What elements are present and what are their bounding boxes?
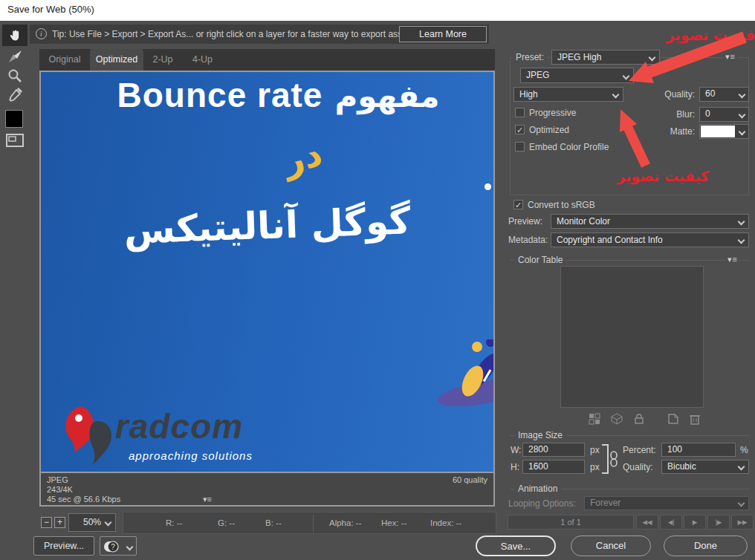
artwork-decoration bbox=[435, 339, 493, 429]
embed-color-profile-label: Embed Color Profile bbox=[529, 142, 609, 152]
tab-4up[interactable]: 4-Up bbox=[182, 49, 223, 71]
color-table-panel-menu-icon[interactable]: ▾≡ bbox=[725, 255, 740, 264]
progressive-checkbox[interactable] bbox=[515, 108, 525, 117]
convert-srgb-checkbox[interactable]: ✓ bbox=[513, 200, 523, 209]
artwork-dot bbox=[485, 183, 491, 190]
height-unit: px bbox=[590, 462, 600, 472]
tab-original[interactable]: Original bbox=[39, 49, 90, 71]
status-filesize: 243/4K bbox=[47, 485, 73, 494]
slice-select-tool[interactable] bbox=[6, 48, 24, 65]
chevron-down-icon bbox=[739, 128, 746, 136]
zoom-in-button[interactable]: + bbox=[54, 517, 65, 528]
blur-field[interactable]: 0 bbox=[699, 107, 749, 122]
browser-icon: ? bbox=[103, 539, 120, 554]
settings-panel-menu-icon[interactable]: ▾≡ bbox=[723, 52, 738, 62]
chevron-down-icon bbox=[739, 91, 746, 99]
tip-bar: i Tip: Use File > Export > Export As... … bbox=[30, 25, 489, 44]
play-button[interactable]: ▶ bbox=[684, 515, 706, 530]
quality-field[interactable]: 60 bbox=[699, 87, 749, 102]
black-color-swatch[interactable] bbox=[5, 110, 23, 128]
artwork-line2-persian: گوگل آنالیتیکس bbox=[41, 196, 493, 255]
format-dropdown[interactable]: JPEG bbox=[520, 68, 634, 83]
preview-dropdown[interactable]: Monitor Color bbox=[551, 214, 749, 229]
image-size-title: Image Size bbox=[514, 430, 566, 440]
matte-field[interactable] bbox=[699, 124, 749, 139]
embed-color-profile-checkbox[interactable] bbox=[515, 142, 525, 152]
chevron-down-icon bbox=[105, 519, 112, 527]
tip-text: Tip: Use File > Export > Export As... or… bbox=[52, 29, 414, 39]
height-field[interactable]: 1600 bbox=[522, 460, 585, 474]
info-icon: i bbox=[36, 28, 47, 39]
width-field[interactable]: 2800 bbox=[522, 443, 585, 457]
status-panel-menu-icon[interactable]: ▾≡ bbox=[203, 495, 212, 504]
previous-frame-button[interactable]: ◀| bbox=[660, 515, 682, 530]
window-title: Save for Web (50%) bbox=[7, 4, 94, 15]
chevron-down-icon bbox=[738, 218, 745, 226]
height-label: H: bbox=[511, 462, 519, 472]
slices-visibility-icon bbox=[6, 134, 24, 147]
readout-b: B: -- bbox=[265, 518, 282, 527]
first-frame-button[interactable]: ◀◀ bbox=[636, 515, 658, 530]
slice-select-icon bbox=[7, 49, 22, 64]
percent-field[interactable]: 100 bbox=[661, 443, 736, 457]
looping-options-dropdown: Forever bbox=[584, 496, 749, 510]
preset-dropdown[interactable]: JPEG High bbox=[551, 50, 660, 65]
delete-color-icon[interactable] bbox=[689, 413, 701, 425]
optimized-label: Optimized bbox=[529, 125, 569, 135]
percent-unit: % bbox=[740, 445, 748, 455]
frame-counter: 1 of 1 bbox=[508, 515, 634, 530]
color-table-title: Color Table bbox=[514, 255, 566, 265]
save-button[interactable]: Save... bbox=[476, 535, 556, 556]
chevron-down-icon bbox=[623, 73, 630, 80]
looping-options-label: Looping Options: bbox=[508, 498, 576, 509]
resample-quality-value: Bicubic bbox=[667, 461, 696, 472]
preview-tabbar: Original Optimized 2-Up 4-Up bbox=[39, 49, 495, 71]
divider bbox=[313, 515, 314, 533]
zoom-out-button[interactable]: − bbox=[41, 517, 52, 528]
preview-frame: Bounce rate مفهوم در گوگل آنالیتیکس r bbox=[39, 71, 495, 507]
optimized-image-preview[interactable]: Bounce rate مفهوم در گوگل آنالیتیکس r bbox=[41, 72, 493, 472]
zoom-tool[interactable] bbox=[6, 67, 24, 85]
matte-swatch bbox=[701, 126, 735, 137]
eyedropper-tool[interactable] bbox=[6, 86, 24, 104]
tab-2up[interactable]: 2-Up bbox=[143, 49, 182, 71]
readout-r: R: -- bbox=[166, 518, 182, 527]
preview-value: Monitor Color bbox=[557, 216, 610, 227]
resample-quality-dropdown[interactable]: Bicubic bbox=[661, 460, 749, 474]
lock-color-icon[interactable] bbox=[633, 413, 645, 425]
looping-options-value: Forever bbox=[590, 498, 620, 508]
artwork-middle-word: در bbox=[268, 129, 336, 184]
readout-index: Index: -- bbox=[430, 518, 461, 527]
quality-value: 60 bbox=[705, 88, 715, 99]
chevron-down-icon bbox=[739, 111, 746, 119]
preset-label: Preset: bbox=[513, 52, 547, 62]
done-button[interactable]: Done bbox=[664, 535, 748, 556]
save-for-web-dialog: Save for Web (50%) i Tip: Use File > Exp… bbox=[0, 0, 755, 560]
snap-to-web-palette-icon[interactable] bbox=[589, 413, 600, 425]
last-frame-button[interactable]: ▶▶ bbox=[731, 515, 754, 530]
metadata-dropdown[interactable]: Copyright and Contact Info bbox=[551, 232, 749, 247]
chevron-down-icon bbox=[738, 463, 745, 471]
chevron-down-icon bbox=[649, 54, 656, 62]
compression-quality-dropdown[interactable]: High bbox=[513, 87, 623, 102]
hand-icon bbox=[8, 28, 22, 42]
browser-select-control[interactable]: ? bbox=[100, 536, 137, 556]
cancel-button[interactable]: Cancel bbox=[571, 535, 651, 556]
learn-more-button[interactable]: Learn More bbox=[399, 26, 487, 42]
link-dimensions-icon[interactable] bbox=[600, 443, 620, 475]
hand-tool[interactable] bbox=[2, 25, 27, 46]
next-frame-button[interactable]: |▶ bbox=[707, 515, 730, 530]
preview-in-browser-button[interactable]: Preview... bbox=[33, 536, 94, 556]
tab-optimized[interactable]: Optimized bbox=[90, 49, 143, 71]
new-color-icon[interactable] bbox=[667, 413, 679, 425]
toggle-slices-visibility[interactable] bbox=[5, 132, 25, 149]
format-value: JPEG bbox=[526, 70, 549, 80]
chevron-down-icon bbox=[738, 237, 745, 244]
radcom-logo-text: radcom bbox=[115, 406, 243, 446]
optimized-checkbox[interactable]: ✓ bbox=[515, 125, 525, 134]
percent-label: Percent: bbox=[623, 445, 656, 455]
zoom-level-select[interactable]: 50% bbox=[68, 513, 116, 532]
color-table-swatches[interactable] bbox=[560, 266, 704, 408]
status-download-time: 45 sec @ 56.6 Kbps bbox=[47, 495, 120, 504]
web-shift-cube-icon[interactable] bbox=[611, 413, 623, 425]
